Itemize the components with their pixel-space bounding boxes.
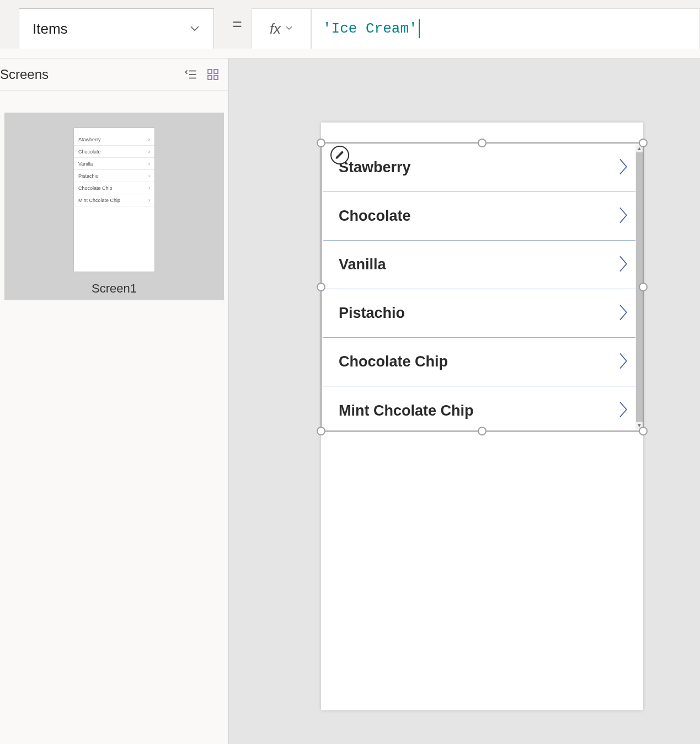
scroll-down-icon[interactable]: ▼: [637, 423, 642, 428]
phone-frame: StawberryChocolateVanillaPistachioChocol…: [321, 123, 643, 710]
gallery-item[interactable]: Vanilla: [323, 241, 641, 289]
screens-panel-header: Screens: [0, 59, 228, 91]
property-dropdown[interactable]: Items: [19, 8, 214, 49]
gallery-scrollbar-thumb[interactable]: [636, 152, 643, 422]
formula-bar-underline: [0, 49, 700, 59]
fx-button-label: fx: [270, 20, 281, 38]
gallery-item[interactable]: Pistachio: [323, 289, 641, 338]
scroll-up-icon[interactable]: ▲: [637, 146, 642, 151]
thumb-gallery-item: Chocolate›: [74, 146, 154, 158]
thumb-gallery-item: Chocolate Chip›: [74, 182, 154, 194]
chevron-right-icon: [617, 206, 629, 227]
svg-rect-3: [208, 70, 212, 73]
gallery-item[interactable]: Stawberry: [323, 144, 641, 192]
screen-thumbnail[interactable]: Stawberry›Chocolate›Vanilla›Pistachio›Ch…: [4, 113, 224, 300]
chevron-right-icon: [617, 400, 629, 421]
chevron-right-icon: [617, 352, 629, 373]
pencil-icon: [335, 150, 345, 160]
gallery-item[interactable]: Chocolate: [323, 192, 641, 241]
gallery-item[interactable]: Chocolate Chip: [323, 338, 641, 386]
formula-input[interactable]: 'Ice Cream': [311, 8, 700, 49]
chevron-right-icon: ›: [148, 173, 150, 179]
text-cursor: [419, 19, 420, 38]
equals-label: =: [224, 0, 250, 49]
thumb-gallery-item: Stawberry›: [74, 134, 154, 146]
screen-thumbnail-preview: Stawberry›Chocolate›Vanilla›Pistachio›Ch…: [74, 128, 154, 272]
fx-button[interactable]: fx: [252, 8, 311, 49]
chevron-right-icon: ›: [148, 148, 150, 155]
chevron-right-icon: [617, 157, 629, 178]
chevron-down-icon: [189, 23, 200, 34]
gallery-item-label: Mint Chcolate Chip: [339, 402, 474, 419]
gallery-item-label: Pistachio: [339, 305, 405, 322]
gallery-item-label: Stawberry: [339, 159, 411, 176]
chevron-right-icon: [617, 303, 629, 324]
thumb-gallery-item-label: Pistachio: [78, 173, 99, 179]
gallery-scrollbar[interactable]: ▲ ▼: [635, 145, 643, 429]
screens-panel-title: Screens: [0, 67, 49, 82]
gallery-item[interactable]: Mint Chcolate Chip: [323, 386, 641, 431]
thumb-gallery-item: Pistachio›: [74, 170, 154, 182]
property-dropdown-label: Items: [33, 20, 68, 38]
canvas[interactable]: StawberryChocolateVanillaPistachioChocol…: [229, 59, 700, 744]
svg-rect-5: [208, 76, 212, 79]
thumb-gallery-item: Vanilla›: [74, 158, 154, 170]
chevron-right-icon: ›: [148, 197, 150, 203]
screens-panel: Screens Stawberry›Chocolate›Vanilla›Pist…: [0, 59, 229, 744]
chevron-right-icon: ›: [148, 185, 150, 191]
chevron-right-icon: [617, 254, 629, 275]
thumb-gallery-item-label: Mint Chcolate Chip: [78, 198, 120, 203]
thumb-gallery-item-label: Chocolate: [78, 149, 101, 155]
thumbnail-view-button[interactable]: [202, 63, 224, 86]
tree-view-button[interactable]: [180, 63, 202, 86]
thumb-gallery-item: Mint Chcolate Chip›: [74, 194, 154, 206]
thumb-gallery-item-label: Stawberry: [78, 137, 101, 142]
chevron-right-icon: ›: [148, 161, 150, 167]
formula-input-value: 'Ice Cream': [323, 20, 418, 37]
gallery-item-label: Vanilla: [339, 256, 386, 273]
svg-rect-4: [214, 70, 218, 73]
thumb-gallery-item-label: Chocolate Chip: [78, 185, 113, 191]
chevron-right-icon: ›: [148, 136, 150, 142]
gallery-item-label: Chocolate: [339, 208, 411, 225]
formula-bar: Items = fx 'Ice Cream': [0, 0, 700, 49]
screen-thumbnail-label: Screen1: [92, 281, 137, 296]
gallery-item-label: Chocolate Chip: [339, 353, 448, 370]
chevron-down-icon: [285, 23, 293, 35]
edit-template-button[interactable]: [330, 146, 349, 164]
thumb-gallery-item-label: Vanilla: [78, 161, 93, 167]
svg-rect-6: [214, 76, 218, 79]
gallery-control[interactable]: StawberryChocolateVanillaPistachioChocol…: [323, 144, 641, 431]
